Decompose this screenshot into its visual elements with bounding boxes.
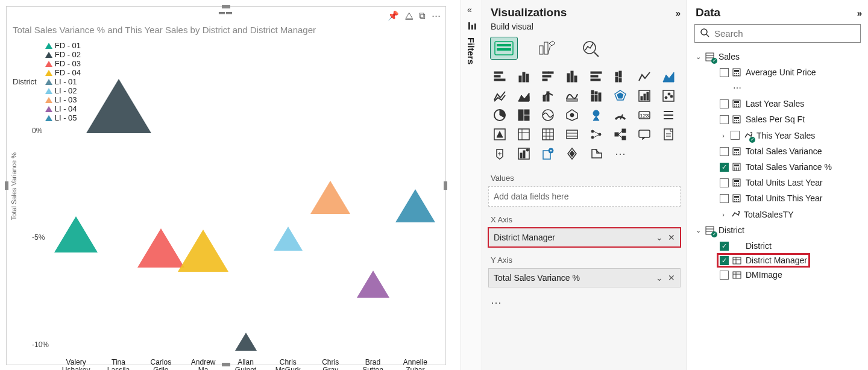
field-row[interactable]: DMImage xyxy=(693,267,862,283)
more-options-icon[interactable]: ⋯ xyxy=(432,10,441,21)
viz-type-icon[interactable] xyxy=(610,69,631,84)
viz-type-icon[interactable] xyxy=(538,88,558,104)
expand-filters-icon[interactable]: « xyxy=(467,5,472,14)
data-point[interactable] xyxy=(54,216,98,252)
remove-field-icon[interactable]: ✕ xyxy=(668,233,675,242)
viz-type-icon[interactable] xyxy=(586,127,606,142)
viz-type-icon[interactable] xyxy=(514,88,534,104)
legend-item[interactable]: LI - 02 xyxy=(45,86,81,95)
data-point[interactable] xyxy=(274,227,303,251)
viz-type-icon[interactable] xyxy=(586,88,606,104)
focus-mode-icon[interactable]: ⧉ xyxy=(419,10,426,21)
collapse-data-icon[interactable]: » xyxy=(857,8,862,18)
field-row[interactable]: ✓Total Sales Variance % xyxy=(693,159,862,175)
viz-type-icon[interactable] xyxy=(489,69,510,84)
search-input[interactable] xyxy=(714,28,855,39)
xaxis-well[interactable]: District Manager ⌄✕ xyxy=(488,228,681,247)
more-options-icon[interactable]: ⋯ xyxy=(488,290,681,315)
viz-type-icon[interactable] xyxy=(562,88,582,104)
report-canvas[interactable]: ══ 📌 ⧋ ⧉ ⋯ Total Sales Variance % and Th… xyxy=(0,0,461,370)
overflow-icon[interactable]: ⋯ xyxy=(693,80,862,96)
viz-type-icon[interactable] xyxy=(538,146,558,161)
field-checkbox[interactable] xyxy=(720,68,729,77)
viz-type-icon[interactable] xyxy=(658,127,679,142)
viz-type-icon[interactable] xyxy=(610,88,631,104)
legend-item[interactable]: LI - 04 xyxy=(45,104,81,113)
viz-type-icon[interactable] xyxy=(586,69,606,84)
data-point[interactable] xyxy=(357,271,389,298)
chart-visual[interactable]: ══ 📌 ⧋ ⧉ ⋯ Total Sales Variance % and Th… xyxy=(6,6,446,365)
viz-type-icon[interactable] xyxy=(610,127,631,142)
viz-type-icon[interactable] xyxy=(489,88,510,104)
values-well[interactable]: Add data fields here xyxy=(488,186,681,207)
viz-type-icon[interactable] xyxy=(562,107,582,123)
viz-type-icon[interactable] xyxy=(634,88,655,104)
data-point[interactable] xyxy=(395,189,435,222)
tab-format-visual[interactable] xyxy=(534,37,561,59)
viz-type-icon[interactable] xyxy=(634,69,655,84)
viz-type-icon[interactable]: 123 xyxy=(634,107,655,123)
viz-type-icon[interactable] xyxy=(514,107,534,123)
viz-type-icon[interactable] xyxy=(562,146,582,161)
viz-type-icon[interactable] xyxy=(514,146,534,161)
table-row[interactable]: ⌄Sales xyxy=(693,49,862,64)
resize-handle-left[interactable] xyxy=(5,181,8,190)
yaxis-well[interactable]: Total Sales Variance % ⌄✕ xyxy=(488,268,681,287)
field-checkbox[interactable]: ✓ xyxy=(720,163,729,172)
caret-icon[interactable]: ⌄ xyxy=(694,53,702,61)
legend-item[interactable]: FD - 01 xyxy=(45,41,81,50)
table-row[interactable]: ⌄District xyxy=(693,222,862,238)
data-point[interactable] xyxy=(310,181,350,214)
legend-item[interactable]: FD - 02 xyxy=(45,50,81,59)
viz-type-icon[interactable] xyxy=(514,69,534,84)
chevron-down-icon[interactable]: ⌄ xyxy=(656,233,663,242)
caret-icon[interactable]: › xyxy=(720,211,727,218)
field-row[interactable]: ✓District Manager xyxy=(717,254,810,267)
field-checkbox[interactable]: ✓ xyxy=(720,242,729,251)
viz-type-icon[interactable] xyxy=(489,146,510,161)
field-checkbox[interactable] xyxy=(720,99,729,108)
field-row[interactable]: ›This Year Sales xyxy=(693,127,862,143)
viz-type-icon[interactable] xyxy=(489,107,510,123)
field-checkbox[interactable] xyxy=(720,178,729,187)
plot-area[interactable]: 0%-5%-10% xyxy=(55,131,436,366)
viz-type-icon[interactable] xyxy=(538,107,558,123)
tab-analytics[interactable] xyxy=(577,37,604,59)
field-row[interactable]: Total Units This Year xyxy=(693,190,862,206)
data-point[interactable] xyxy=(235,333,257,351)
legend-item[interactable]: FD - 04 xyxy=(45,68,81,77)
field-row[interactable]: Total Units Last Year xyxy=(693,175,862,190)
caret-icon[interactable]: › xyxy=(720,132,727,139)
search-box[interactable] xyxy=(694,24,861,43)
field-row[interactable]: Total Sales Variance xyxy=(693,143,862,159)
caret-icon[interactable]: ⌄ xyxy=(694,227,702,234)
viz-type-icon[interactable] xyxy=(658,69,679,84)
field-checkbox[interactable] xyxy=(720,115,729,124)
viz-type-icon[interactable] xyxy=(538,127,558,142)
more-visuals-icon[interactable]: ⋯ xyxy=(610,146,631,161)
field-checkbox[interactable] xyxy=(731,131,740,140)
field-checkbox[interactable]: ✓ xyxy=(720,256,729,265)
resize-handle-right[interactable] xyxy=(444,181,447,190)
chevron-down-icon[interactable]: ⌄ xyxy=(656,273,663,283)
drag-grip-icon[interactable]: ══ xyxy=(219,8,233,17)
viz-type-icon[interactable] xyxy=(586,146,606,161)
filters-pane-collapsed[interactable]: « Filters xyxy=(461,0,482,370)
field-row[interactable]: ›TotalSalesTY xyxy=(693,206,862,222)
legend-item[interactable]: LI - 05 xyxy=(45,113,81,122)
tab-build-visual[interactable] xyxy=(491,37,517,59)
legend-item[interactable]: LI - 01 xyxy=(45,77,81,86)
data-point[interactable] xyxy=(86,79,151,133)
field-checkbox[interactable] xyxy=(720,194,729,203)
remove-field-icon[interactable]: ✕ xyxy=(668,273,675,283)
data-point[interactable] xyxy=(178,230,228,272)
pin-icon[interactable]: 📌 xyxy=(388,10,399,21)
viz-type-icon[interactable] xyxy=(658,88,679,104)
field-row[interactable]: ✓District xyxy=(693,238,862,254)
viz-type-icon[interactable] xyxy=(586,107,606,123)
field-row[interactable]: Average Unit Price xyxy=(693,64,862,80)
filter-icon[interactable]: ⧋ xyxy=(405,10,413,21)
field-checkbox[interactable] xyxy=(720,271,729,280)
viz-type-icon[interactable] xyxy=(514,127,534,142)
viz-type-icon[interactable] xyxy=(562,127,582,142)
